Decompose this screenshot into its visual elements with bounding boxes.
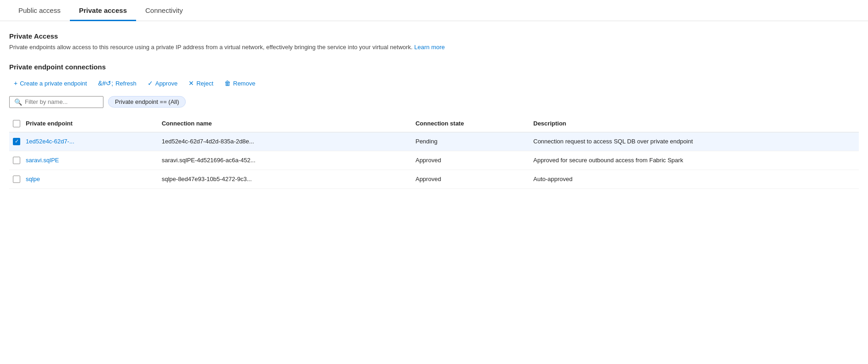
td-description: Connection request to access SQL DB over… xyxy=(533,132,859,151)
td-private-endpoint[interactable]: 1ed52e4c-62d7-... xyxy=(26,132,162,151)
th-connection-state: Connection state xyxy=(416,115,533,132)
th-private-endpoint: Private endpoint xyxy=(26,115,162,132)
connections-title: Private endpoint connections xyxy=(9,63,859,71)
td-description: Auto-approved xyxy=(533,170,859,188)
reject-button[interactable]: ✕ Reject xyxy=(184,77,218,90)
row-checkbox-unchecked[interactable] xyxy=(13,157,20,164)
th-select-all[interactable] xyxy=(9,115,26,132)
refresh-button[interactable]: &#↺; Refresh xyxy=(93,77,141,90)
create-endpoint-button[interactable]: + Create a private endpoint xyxy=(9,77,91,90)
table-row: ✓1ed52e4c-62d7-...1ed52e4c-62d7-4d2d-835… xyxy=(9,132,859,151)
filter-pill[interactable]: Private endpoint == (All) xyxy=(108,96,186,108)
search-icon: 🔍 xyxy=(14,98,22,106)
td-checkbox-2[interactable] xyxy=(9,170,26,188)
tabs-container: Public access Private access Connectivit… xyxy=(0,0,868,21)
td-private-endpoint[interactable]: sqlpe xyxy=(26,170,162,188)
endpoint-link[interactable]: sqlpe xyxy=(26,176,40,182)
td-private-endpoint[interactable]: saravi.sqlPE xyxy=(26,151,162,170)
refresh-icon: &#↺; xyxy=(98,80,113,86)
remove-button[interactable]: 🗑 Remove xyxy=(220,77,260,90)
td-connection-name: saravi.sqlPE-4d521696-ac6a-452... xyxy=(162,151,416,170)
tab-private-access[interactable]: Private access xyxy=(70,0,136,21)
td-connection-state: Approved xyxy=(416,170,533,188)
filter-row: 🔍 Private endpoint == (All) xyxy=(9,96,859,108)
select-all-checkbox[interactable] xyxy=(13,120,20,127)
endpoint-link[interactable]: saravi.sqlPE xyxy=(26,157,59,164)
table-row: sqlpesqlpe-8ed47e93-10b5-4272-9c3...Appr… xyxy=(9,170,859,188)
td-connection-name: sqlpe-8ed47e93-10b5-4272-9c3... xyxy=(162,170,416,188)
x-icon: ✕ xyxy=(188,80,194,86)
td-connection-name: 1ed52e4c-62d7-4d2d-835a-2d8e... xyxy=(162,132,416,151)
tab-connectivity[interactable]: Connectivity xyxy=(136,0,192,21)
plus-icon: + xyxy=(14,80,17,86)
checkmark-icon: ✓ xyxy=(148,80,153,86)
connections-table: Private endpoint Connection name Connect… xyxy=(9,115,859,189)
td-description: Approved for secure outbound access from… xyxy=(533,151,859,170)
td-checkbox-0[interactable]: ✓ xyxy=(9,132,26,151)
td-checkbox-1[interactable] xyxy=(9,151,26,170)
tab-public-access[interactable]: Public access xyxy=(9,0,70,21)
main-content: Private Access Private endpoints allow a… xyxy=(0,21,868,198)
table-header-row: Private endpoint Connection name Connect… xyxy=(9,115,859,132)
section-description: Private endpoints allow access to this r… xyxy=(9,43,859,52)
row-checkbox-checked[interactable]: ✓ xyxy=(13,138,20,145)
table-row: saravi.sqlPEsaravi.sqlPE-4d521696-ac6a-4… xyxy=(9,151,859,170)
trash-icon: 🗑 xyxy=(224,80,231,86)
toolbar: + Create a private endpoint &#↺; Refresh… xyxy=(9,77,859,90)
approve-button[interactable]: ✓ Approve xyxy=(143,77,182,90)
row-checkbox-unchecked[interactable] xyxy=(13,176,20,183)
td-connection-state: Approved xyxy=(416,151,533,170)
search-box: 🔍 xyxy=(9,96,103,108)
filter-input[interactable] xyxy=(25,98,98,105)
th-connection-name: Connection name xyxy=(162,115,416,132)
th-description: Description xyxy=(533,115,859,132)
endpoint-link[interactable]: 1ed52e4c-62d7-... xyxy=(26,138,74,145)
learn-more-link[interactable]: Learn more xyxy=(414,44,445,51)
section-title: Private Access xyxy=(9,32,859,40)
td-connection-state: Pending xyxy=(416,132,533,151)
